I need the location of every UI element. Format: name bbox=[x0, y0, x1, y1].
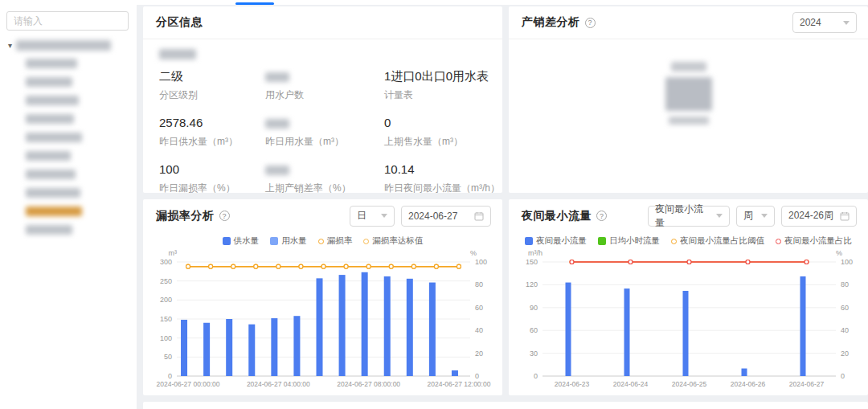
caret-down-icon[interactable]: ▾ bbox=[8, 42, 12, 50]
next-row-panel-edge bbox=[143, 402, 868, 409]
info-field: 用水户数 bbox=[265, 69, 384, 102]
info-field: 二级分区级别 bbox=[159, 69, 265, 102]
metric-select[interactable]: 夜间最小流量 bbox=[648, 206, 730, 227]
info-icon[interactable]: ? bbox=[219, 211, 230, 221]
chevron-down-icon bbox=[381, 214, 387, 218]
svg-text:50: 50 bbox=[164, 353, 172, 361]
info-field: 2578.46昨日供水量（m³） bbox=[159, 116, 265, 149]
info-field-value bbox=[265, 162, 384, 178]
legend-item[interactable]: 日均小时流量 bbox=[598, 235, 660, 247]
info-icon[interactable]: ? bbox=[596, 211, 607, 221]
redacted-value bbox=[265, 166, 289, 175]
redacted-tree-label bbox=[26, 225, 72, 235]
active-tab-indicator bbox=[235, 2, 274, 5]
partition-info-grid: 二级分区级别用水户数1进口0出口0用水表计量表2578.46昨日供水量（m³）昨… bbox=[159, 69, 496, 195]
svg-text:2024-06-26: 2024-06-26 bbox=[731, 380, 766, 388]
panel-title: 漏损率分析 bbox=[156, 209, 215, 223]
panel-header: 分区信息 bbox=[143, 6, 502, 39]
tree-item-redacted[interactable] bbox=[0, 202, 137, 220]
info-field-label: 分区级别 bbox=[159, 88, 265, 102]
info-field-label: 上期产销差率（%） bbox=[265, 182, 384, 195]
year-select-value: 2024 bbox=[800, 17, 821, 28]
info-icon[interactable]: ? bbox=[585, 18, 596, 28]
tree-item-redacted[interactable] bbox=[0, 54, 137, 72]
svg-text:m³/h: m³/h bbox=[528, 249, 542, 257]
tree-item-redacted[interactable] bbox=[0, 109, 137, 128]
svg-text:m³: m³ bbox=[169, 249, 178, 257]
svg-text:%: % bbox=[836, 249, 842, 257]
legend-item[interactable]: 夜间最小流量占比阈值 bbox=[671, 235, 764, 247]
tree-item-redacted[interactable] bbox=[0, 220, 137, 239]
search-input[interactable] bbox=[6, 11, 129, 31]
svg-text:300: 300 bbox=[160, 258, 172, 266]
svg-text:80: 80 bbox=[841, 280, 849, 288]
legend-label: 日均小时流量 bbox=[609, 235, 660, 247]
sidebar: ▾ bbox=[0, 5, 137, 409]
redacted-tree-label bbox=[26, 207, 82, 216]
tree-root-node[interactable]: ▾ bbox=[0, 37, 137, 54]
svg-text:0: 0 bbox=[475, 372, 479, 380]
tree-children bbox=[0, 54, 137, 239]
week-picker-value: 2024-26周 bbox=[788, 209, 833, 223]
legend-item[interactable]: 漏损率达标值 bbox=[363, 235, 423, 247]
calendar-icon bbox=[474, 211, 484, 221]
legend-item[interactable]: 供水量 bbox=[223, 235, 260, 247]
redacted-tree-root-label bbox=[16, 40, 111, 51]
svg-text:120: 120 bbox=[526, 280, 538, 288]
legend-item[interactable]: 夜间最小流量 bbox=[525, 235, 587, 247]
legend-circle-icon bbox=[318, 239, 324, 244]
info-field-value bbox=[265, 116, 384, 131]
panel-title: 夜间最小流量 bbox=[522, 209, 592, 223]
redacted-value bbox=[265, 72, 289, 82]
svg-text:20: 20 bbox=[841, 350, 849, 358]
tree-item-redacted[interactable] bbox=[0, 165, 137, 183]
panel-header: 夜间最小流量 ? 夜间最小流量 周 2024-26周 bbox=[509, 199, 868, 232]
leakage-analysis-panel: 漏损率分析 ? 日 2024-06-27 供水量用水量漏损率漏损率达标值 050… bbox=[143, 199, 502, 395]
svg-text:250: 250 bbox=[160, 277, 172, 285]
info-field: 1进口0出口0用水表计量表 bbox=[384, 69, 500, 102]
info-field: 上期产销差率（%） bbox=[265, 162, 384, 195]
svg-text:2024-06-24: 2024-06-24 bbox=[613, 380, 649, 388]
svg-text:20: 20 bbox=[475, 350, 483, 358]
svg-text:200: 200 bbox=[160, 296, 172, 304]
legend-item[interactable]: 用水量 bbox=[270, 235, 307, 247]
info-field-value bbox=[265, 69, 384, 84]
svg-text:2024-06-27 04:00:00: 2024-06-27 04:00:00 bbox=[247, 380, 310, 388]
legend-circle-icon bbox=[363, 239, 369, 244]
svg-text:60: 60 bbox=[841, 304, 849, 312]
legend-circle-icon bbox=[776, 239, 781, 244]
legend-square-icon bbox=[525, 237, 533, 245]
chevron-down-icon bbox=[761, 214, 768, 218]
date-picker-value: 2024-06-27 bbox=[408, 211, 457, 222]
redacted-value bbox=[265, 119, 289, 129]
tree-item-redacted[interactable] bbox=[0, 146, 137, 165]
info-field-value: 2578.46 bbox=[159, 116, 265, 131]
info-field-value: 100 bbox=[159, 162, 265, 178]
partition-info-body: 二级分区级别用水户数1进口0出口0用水表计量表2578.46昨日供水量（m³）昨… bbox=[143, 39, 502, 195]
year-select[interactable]: 2024 bbox=[792, 12, 857, 33]
period-select[interactable]: 日 bbox=[350, 206, 395, 227]
info-field-label: 上期售水量（m³） bbox=[384, 135, 500, 149]
tree-item-redacted[interactable] bbox=[0, 128, 137, 146]
panel-title: 产销差分析 bbox=[522, 15, 580, 30]
panel-header: 漏损率分析 ? 日 2024-06-27 bbox=[143, 199, 502, 232]
tree-item-redacted[interactable] bbox=[0, 183, 137, 202]
leakage-chart-canvas[interactable]: 050100150200250300020406080100m³%2024-06… bbox=[151, 247, 494, 389]
week-picker[interactable]: 2024-26周 bbox=[781, 206, 857, 227]
redacted-block bbox=[665, 77, 712, 111]
info-field-label: 昨日供水量（m³） bbox=[159, 135, 265, 149]
info-field: 10.14昨日夜间最小流量（m³/h） bbox=[384, 162, 500, 195]
period-select[interactable]: 周 bbox=[736, 206, 775, 227]
legend-item[interactable]: 夜间最小流量占比 bbox=[776, 235, 852, 247]
svg-text:2024-06-27 12:00:00: 2024-06-27 12:00:00 bbox=[427, 380, 490, 388]
info-field: 100昨日漏损率（%） bbox=[159, 162, 265, 195]
tree-item-redacted[interactable] bbox=[0, 72, 137, 91]
legend-item[interactable]: 漏损率 bbox=[318, 235, 353, 247]
tree-item-redacted[interactable] bbox=[0, 91, 137, 109]
date-picker[interactable]: 2024-06-27 bbox=[401, 206, 491, 227]
panel-title: 分区信息 bbox=[156, 15, 203, 30]
legend-label: 漏损率达标值 bbox=[372, 235, 423, 247]
legend-label: 用水量 bbox=[281, 235, 307, 247]
night-flow-chart-canvas[interactable]: 0306090120150020406080100m³/h%2024-06-23… bbox=[517, 247, 860, 389]
svg-text:%: % bbox=[470, 249, 477, 257]
